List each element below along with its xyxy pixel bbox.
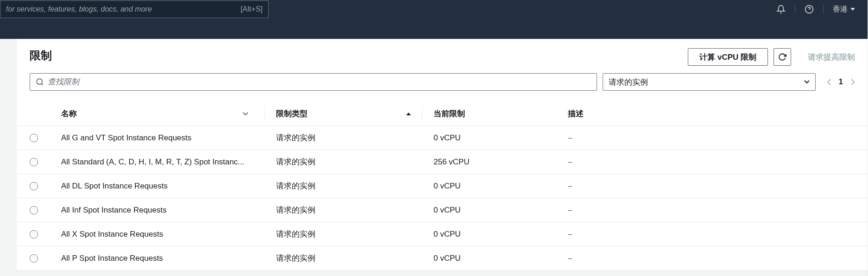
- table-row: All G and VT Spot Instance Requests 请求的实…: [17, 126, 868, 150]
- table-header: 名称 限制类型 当前限制: [17, 102, 868, 126]
- nav-divider: [823, 5, 824, 14]
- table-body: All G and VT Spot Instance Requests 请求的实…: [17, 126, 868, 270]
- search-input[interactable]: [48, 77, 591, 87]
- panel-header: 限制 计算 vCPU 限制 请求提高限制: [17, 39, 868, 73]
- limits-table: 名称 限制类型 当前限制: [17, 102, 868, 270]
- table-row: All X Spot Instance Requests 请求的实例 0 vCP…: [17, 222, 868, 246]
- table-row: All DL Spot Instance Requests 请求的实例 0 vC…: [17, 174, 868, 198]
- row-select: [30, 182, 61, 190]
- request-increase-button: 请求提高限制: [797, 48, 855, 66]
- page-title: 限制: [30, 48, 52, 63]
- chevron-right-icon: [850, 78, 855, 86]
- row-limit: 0 vCPU: [422, 230, 557, 239]
- row-type: 请求的实例: [265, 157, 422, 167]
- row-name: All DL Spot Instance Requests: [61, 182, 265, 191]
- row-name: All G and VT Spot Instance Requests: [61, 133, 265, 143]
- row-name: All Inf Spot Instance Requests: [61, 206, 265, 215]
- row-type: 请求的实例: [265, 205, 422, 215]
- row-select: [30, 230, 61, 238]
- row-desc: –: [557, 133, 855, 143]
- region-label: 香港: [833, 5, 848, 14]
- row-name: All Standard (A, C, D, H, I, M, R, T, Z)…: [61, 157, 265, 167]
- row-select: [30, 158, 61, 166]
- row-limit: 0 vCPU: [422, 182, 557, 191]
- row-radio[interactable]: [30, 158, 38, 166]
- search-placeholder: for services, features, blogs, docs, and…: [6, 5, 152, 13]
- row-type: 请求的实例: [265, 229, 422, 239]
- notifications-icon[interactable]: [773, 1, 789, 18]
- caret-down-icon: [850, 8, 855, 11]
- caret-down-icon: [804, 80, 810, 84]
- row-select: [30, 254, 61, 263]
- compute-vcpu-button[interactable]: 计算 vCPU 限制: [688, 48, 768, 66]
- row-desc: –: [557, 157, 855, 167]
- svg-line-3: [41, 83, 43, 85]
- chevron-left-icon: [827, 78, 831, 86]
- limits-panel: 限制 计算 vCPU 限制 请求提高限制 请求的实例: [17, 39, 868, 270]
- row-select: [30, 206, 61, 214]
- dropdown-value: 请求的实例: [609, 77, 648, 88]
- panel-actions: 计算 vCPU 限制 请求提高限制: [688, 48, 855, 66]
- row-desc: –: [557, 206, 855, 215]
- row-name: All P Spot Instance Requests: [61, 254, 265, 263]
- col-type-header[interactable]: 限制类型: [265, 108, 422, 119]
- content-area: 限制 计算 vCPU 限制 请求提高限制 请求的实例: [0, 39, 868, 270]
- col-desc-header[interactable]: 描述: [557, 108, 855, 119]
- global-search[interactable]: for services, features, blogs, docs, and…: [0, 0, 269, 18]
- refresh-button[interactable]: [774, 48, 791, 66]
- row-limit: 0 vCPU: [422, 254, 557, 263]
- row-desc: –: [557, 182, 855, 191]
- row-select: [30, 134, 61, 142]
- col-limit-header[interactable]: 当前限制: [422, 108, 557, 119]
- table-row: All P Spot Instance Requests 请求的实例 0 vCP…: [17, 246, 868, 270]
- search-shortcut: [Alt+S]: [240, 5, 263, 13]
- page-number: 1: [839, 77, 843, 87]
- col-name-header[interactable]: 名称: [61, 108, 265, 119]
- sort-desc-icon: [243, 112, 248, 116]
- row-radio[interactable]: [30, 134, 38, 142]
- row-desc: –: [557, 254, 855, 263]
- pagination: 1: [821, 77, 855, 87]
- row-limit: 0 vCPU: [422, 133, 557, 143]
- search-filter[interactable]: [30, 73, 597, 91]
- sub-nav: [0, 19, 868, 39]
- table-row: All Inf Spot Instance Requests 请求的实例 0 v…: [17, 198, 868, 222]
- prev-page-button[interactable]: [827, 78, 831, 86]
- filter-row: 请求的实例 1: [17, 73, 868, 91]
- top-nav: for services, features, blogs, docs, and…: [0, 0, 868, 19]
- row-radio[interactable]: [30, 182, 38, 190]
- row-type: 请求的实例: [265, 132, 422, 143]
- row-radio[interactable]: [30, 254, 38, 263]
- search-icon: [36, 78, 44, 86]
- nav-right: 香港: [773, 1, 868, 18]
- row-limit: 0 vCPU: [422, 206, 557, 215]
- row-name: All X Spot Instance Requests: [61, 230, 265, 239]
- nav-divider: [795, 5, 795, 14]
- help-icon[interactable]: [801, 1, 818, 18]
- refresh-icon: [778, 53, 786, 61]
- type-dropdown[interactable]: 请求的实例: [603, 73, 816, 91]
- next-page-button[interactable]: [850, 78, 855, 86]
- table-row: All Standard (A, C, D, H, I, M, R, T, Z)…: [17, 150, 868, 174]
- row-type: 请求的实例: [265, 253, 422, 263]
- row-type: 请求的实例: [265, 181, 422, 191]
- region-selector[interactable]: 香港: [829, 5, 859, 14]
- sort-asc-icon: [406, 112, 411, 116]
- row-limit: 256 vCPU: [422, 157, 557, 167]
- row-radio[interactable]: [30, 230, 38, 238]
- row-desc: –: [557, 230, 855, 239]
- svg-point-2: [37, 79, 42, 84]
- row-radio[interactable]: [30, 206, 38, 214]
